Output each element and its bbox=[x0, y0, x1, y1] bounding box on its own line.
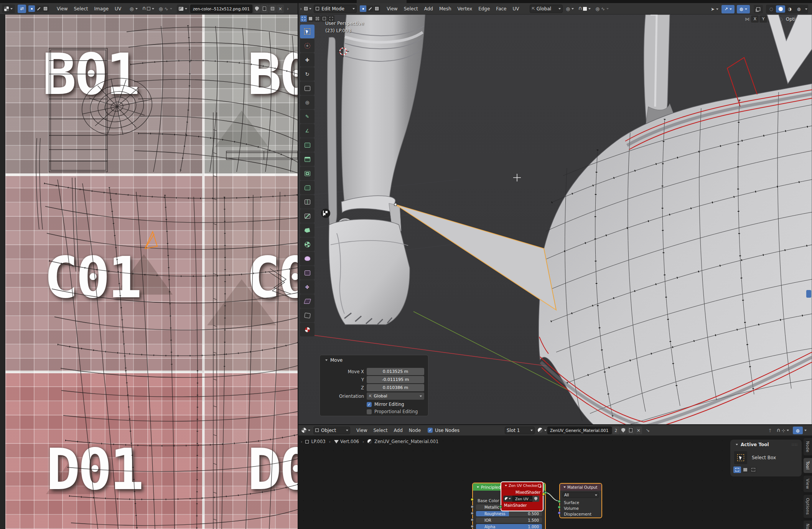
vertex-menu[interactable]: Vertex bbox=[455, 3, 476, 15]
node-zen-uv-checker[interactable]: Zen UV Checker... MixedShader Zen UV ...… bbox=[501, 481, 544, 511]
tool-checker-deselect[interactable] bbox=[300, 323, 315, 336]
uv-image-new-button[interactable] bbox=[261, 5, 268, 13]
tab-node-wrangler[interactable]: Node W bbox=[804, 521, 812, 529]
socket-metallic[interactable] bbox=[471, 505, 474, 508]
tool-transform[interactable]: ◎ bbox=[300, 96, 315, 109]
principled-ior-slider[interactable]: IOR 1.500 bbox=[476, 517, 542, 523]
mesh-menu[interactable]: Mesh bbox=[436, 3, 455, 15]
tool-extrude-region[interactable] bbox=[300, 152, 315, 166]
tool-rip-region[interactable] bbox=[300, 308, 315, 322]
zen-material-fake-user[interactable] bbox=[532, 496, 539, 502]
pivot-point-dropdown[interactable]: ◎ bbox=[566, 6, 573, 12]
uv-image-browse-button[interactable] bbox=[177, 5, 189, 13]
uv-menu-select[interactable]: Select bbox=[71, 3, 91, 15]
uv-proportional-toggle[interactable]: ◎ bbox=[159, 6, 163, 12]
tool-bevel[interactable] bbox=[300, 181, 315, 194]
socket-displacement-input[interactable] bbox=[558, 511, 561, 514]
mode-selector[interactable]: Edit Mode bbox=[314, 5, 357, 13]
uv-image-name-field[interactable]: zen-color--512x512.png.001 bbox=[190, 5, 252, 13]
tool-spin[interactable] bbox=[300, 237, 315, 251]
principled-roughness-slider[interactable]: Roughness 0.500 bbox=[476, 511, 542, 516]
select-mode-vertex[interactable] bbox=[360, 5, 366, 12]
mode-icon-dropdown[interactable] bbox=[304, 7, 311, 10]
tool-knife[interactable] bbox=[300, 209, 315, 223]
zen-material-browse[interactable] bbox=[503, 496, 512, 502]
move-operator-panel[interactable]: Move Move X 0.013525 m Y -0.011195 m Z 0… bbox=[320, 355, 428, 416]
move-z-value[interactable]: 0.010386 m bbox=[367, 384, 424, 391]
tab-view[interactable]: View bbox=[804, 476, 812, 492]
shading-wireframe-button[interactable]: ◌ bbox=[767, 5, 776, 13]
overlays-toggle[interactable]: ◍ bbox=[737, 5, 750, 13]
socket-base-color[interactable] bbox=[471, 498, 474, 501]
tool-mode-extend[interactable] bbox=[741, 466, 749, 473]
tool-loop-cut[interactable] bbox=[300, 195, 315, 209]
tool-shear[interactable] bbox=[300, 294, 315, 308]
uv-header-overflow-chevron[interactable]: › bbox=[287, 6, 289, 12]
uv-proportional-falloff-dropdown[interactable]: ∿ bbox=[165, 6, 172, 12]
orientation-dropdown[interactable]: ⇱ Global bbox=[367, 392, 424, 400]
add-menu[interactable]: Add bbox=[421, 3, 436, 15]
tool-select-box[interactable] bbox=[300, 25, 315, 38]
uv-canvas[interactable]: B01 B0 C01 C0 D01 D0 bbox=[0, 15, 298, 529]
mirror-editing-checkbox[interactable]: ✓ bbox=[367, 402, 372, 407]
tab-tool[interactable]: Tool bbox=[804, 458, 812, 473]
socket-mainshader-input[interactable] bbox=[499, 505, 502, 508]
uv-select-mode-vertex[interactable] bbox=[28, 5, 35, 12]
tab-options[interactable]: Options bbox=[804, 495, 812, 518]
shading-material-button[interactable]: ◑ bbox=[785, 5, 794, 13]
shading-rendered-button[interactable]: ◍ bbox=[794, 5, 804, 13]
uv-select-mode-edge[interactable] bbox=[35, 5, 42, 12]
uv-menu-image[interactable]: Image bbox=[91, 3, 112, 15]
view-menu[interactable]: View bbox=[384, 3, 400, 15]
tool-cursor[interactable]: + bbox=[300, 39, 315, 53]
edge-menu[interactable]: Edge bbox=[475, 3, 493, 15]
tool-mode-subtract[interactable] bbox=[749, 466, 757, 473]
tool-edge-slide[interactable] bbox=[300, 266, 315, 280]
uv-menu-uv[interactable]: UV bbox=[112, 3, 124, 15]
uv-editor-type-button[interactable] bbox=[2, 5, 15, 13]
uv-menu[interactable]: UV bbox=[509, 3, 522, 15]
select-mode-face[interactable] bbox=[374, 5, 380, 12]
uv-pivot-dropdown[interactable]: ◎ bbox=[130, 6, 137, 12]
tool-shrink-fatten[interactable]: ✥ bbox=[300, 280, 315, 294]
tool-inset-faces[interactable] bbox=[300, 166, 315, 180]
proportional-falloff-dropdown[interactable]: ∿ bbox=[601, 6, 609, 12]
node-material-output[interactable]: Material Output All Surface Volume Displ… bbox=[559, 483, 602, 518]
uv-image-fake-user-button[interactable] bbox=[254, 5, 260, 13]
xray-toggle[interactable] bbox=[754, 5, 763, 13]
tool-move[interactable]: ✚ bbox=[300, 53, 315, 67]
tool-poly-build[interactable] bbox=[300, 223, 315, 237]
viewport-header-overflow-chevron[interactable]: › bbox=[300, 6, 302, 12]
tool-measure[interactable]: ∠ bbox=[300, 124, 315, 138]
tool-smooth[interactable] bbox=[300, 252, 315, 265]
uv-image-unlink-button[interactable]: × bbox=[277, 5, 284, 13]
tool-add-cube[interactable] bbox=[300, 138, 315, 152]
active-tool-icon-button[interactable] bbox=[734, 451, 747, 464]
output-target-dropdown[interactable]: All bbox=[562, 492, 599, 498]
tool-mode-new[interactable] bbox=[733, 466, 741, 473]
panel-grip-icon[interactable]: :::: bbox=[792, 443, 798, 447]
uv-snap-dropdown[interactable] bbox=[147, 7, 154, 10]
tool-rotate[interactable]: ↻ bbox=[300, 67, 315, 81]
uv-select-mode-face[interactable] bbox=[42, 5, 49, 12]
socket-alpha[interactable] bbox=[471, 525, 474, 528]
zen-material-name-field[interactable]: Zen UV ... bbox=[512, 496, 532, 502]
socket-roughness[interactable] bbox=[471, 512, 474, 515]
uv-sync-selection-toggle[interactable]: ⇄ bbox=[18, 5, 26, 13]
transform-orientation-dropdown[interactable]: ⇱Global bbox=[530, 5, 563, 13]
tool-annotate[interactable]: ✎ bbox=[300, 110, 315, 124]
gizmo-toggle[interactable]: ↗ bbox=[721, 5, 735, 13]
socket-mixedshader-output[interactable] bbox=[542, 493, 545, 496]
select-menu[interactable]: Select bbox=[401, 3, 421, 15]
proportional-editing-toggle[interactable]: ◎ bbox=[595, 6, 599, 12]
snap-with-dropdown[interactable] bbox=[583, 7, 591, 11]
socket-volume-input[interactable] bbox=[558, 506, 561, 509]
tab-node[interactable]: Node bbox=[804, 438, 812, 455]
move-x-value[interactable]: 0.013525 m bbox=[367, 368, 424, 375]
snap-magnet-icon[interactable]: ∪ bbox=[578, 6, 582, 12]
select-mode-edge[interactable] bbox=[367, 5, 373, 12]
shading-solid-button[interactable] bbox=[776, 5, 785, 13]
uv-image-pack-button[interactable] bbox=[269, 5, 277, 13]
proportional-editing-checkbox[interactable]: ✓ bbox=[367, 409, 372, 414]
face-menu[interactable]: Face bbox=[493, 3, 509, 15]
